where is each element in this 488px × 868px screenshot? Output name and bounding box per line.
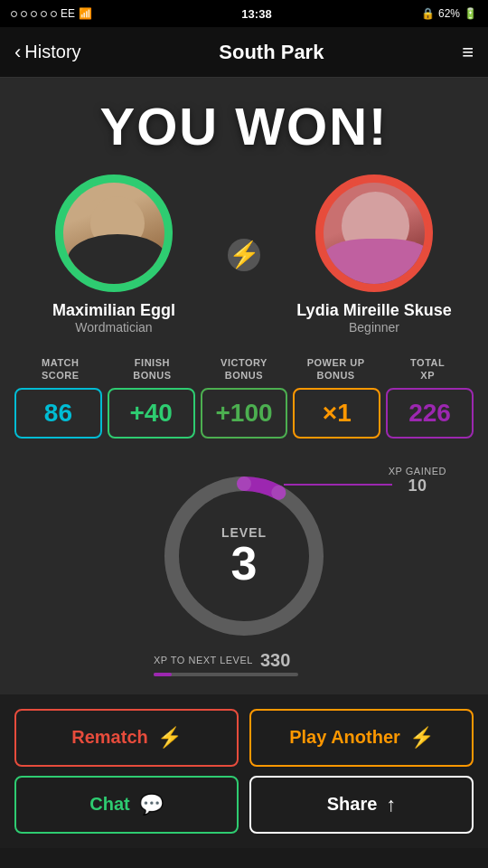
level-number: 3 [231, 537, 258, 590]
lock-icon: 🔒 [421, 7, 435, 20]
play-another-icon: ⚡ [409, 726, 434, 750]
match-score-label: MATCH SCORE [14, 356, 107, 382]
score-labels-row: MATCH SCORE FINISH BONUS VICTORY BONUS P… [14, 356, 474, 382]
xp-progress-fill [154, 673, 172, 676]
status-left: EE 📶 [11, 7, 92, 20]
battery-label: 62% [438, 7, 460, 20]
xp-section: XP GAINED 10 LEVEL 3 XP TO NEXT LEVEL 33… [14, 457, 474, 685]
signal-dot-1 [11, 11, 17, 17]
player1-avatar [63, 183, 164, 284]
player2-title: Beginner [349, 320, 399, 335]
back-button[interactable]: ‹ History [14, 42, 81, 62]
primary-buttons-row: Rematch ⚡ Play Another ⚡ [14, 709, 474, 767]
finish-bonus-label: FINISH BONUS [107, 356, 199, 382]
xp-progress-bar [154, 673, 298, 676]
player1-avatar-wrapper [55, 175, 173, 292]
score-section: MATCH SCORE FINISH BONUS VICTORY BONUS P… [14, 356, 474, 439]
player1-name: Maximilian Eggl [52, 301, 175, 320]
share-label: Share [327, 794, 378, 815]
page-title: South Park [219, 41, 324, 64]
chat-icon: 💬 [139, 793, 164, 816]
finish-bonus-value: +40 [108, 388, 195, 439]
level-center: LEVEL 3 [221, 525, 267, 587]
xp-next-row: XP TO NEXT LEVEL 330 [154, 650, 290, 671]
total-xp-value: 226 [386, 388, 474, 439]
signal-dot-2 [21, 11, 27, 17]
status-time: 13:38 [241, 7, 271, 21]
rematch-icon: ⚡ [157, 726, 182, 750]
back-chevron-icon: ‹ [14, 42, 21, 62]
carrier-label: EE [61, 7, 75, 20]
battery-icon: 🔋 [464, 7, 477, 20]
wifi-icon: 📶 [79, 7, 92, 20]
power-up-bonus-label: POWER UP BONUS [290, 356, 382, 382]
signal-dot-3 [31, 11, 37, 17]
main-content: YOU WON! Maximilian Eggl Wordmatician ⚡ … [0, 78, 488, 694]
share-button[interactable]: Share ↑ [249, 776, 474, 834]
match-score-value: 86 [14, 388, 102, 439]
xp-next-label: XP TO NEXT LEVEL [154, 655, 253, 665]
share-icon: ↑ [386, 793, 396, 816]
rematch-button[interactable]: Rematch ⚡ [14, 709, 239, 767]
back-label: History [24, 42, 80, 62]
players-row: Maximilian Eggl Wordmatician ⚡ Lydia Mir… [14, 175, 474, 335]
vs-icon: ⚡ [228, 239, 260, 271]
xp-gained-value: 10 [408, 476, 427, 495]
status-bar: EE 📶 13:38 🔒 62% 🔋 [0, 0, 488, 27]
player1-title: Wordmatician [75, 320, 152, 335]
buttons-section: Rematch ⚡ Play Another ⚡ Chat 💬 Share ↑ [0, 694, 488, 848]
player2-avatar-wrapper [315, 175, 433, 292]
player1: Maximilian Eggl Wordmatician [14, 175, 213, 335]
victory-bonus-label: VICTORY BONUS [198, 356, 290, 382]
player2-name: Lydia Mireille Skuse [296, 301, 451, 320]
total-xp-label: TOTAL XP [381, 356, 474, 382]
signal-dot-5 [51, 11, 57, 17]
rematch-label: Rematch [71, 727, 147, 748]
level-donut-chart: LEVEL 3 [154, 466, 334, 646]
power-up-bonus-value: ×1 [293, 388, 380, 439]
chat-button[interactable]: Chat 💬 [14, 776, 239, 834]
play-another-button[interactable]: Play Another ⚡ [249, 709, 474, 767]
signal-dot-4 [41, 11, 47, 17]
victory-bonus-value: +100 [201, 388, 288, 439]
xp-next-value: 330 [260, 650, 290, 671]
play-another-label: Play Another [289, 727, 400, 748]
xp-gained-label: XP GAINED 10 [389, 466, 446, 495]
player2: Lydia Mireille Skuse Beginner [275, 175, 474, 335]
xp-next-container: XP TO NEXT LEVEL 330 [154, 646, 334, 676]
secondary-buttons-row: Chat 💬 Share ↑ [14, 776, 474, 834]
player2-avatar [324, 183, 425, 284]
menu-button[interactable]: ≡ [462, 41, 474, 64]
nav-bar: ‹ History South Park ≡ [0, 27, 488, 78]
status-right: 🔒 62% 🔋 [421, 7, 477, 20]
score-values-row: 86 +40 +100 ×1 226 [14, 388, 474, 439]
chat-label: Chat [89, 794, 129, 815]
result-banner: YOU WON! [100, 96, 389, 156]
